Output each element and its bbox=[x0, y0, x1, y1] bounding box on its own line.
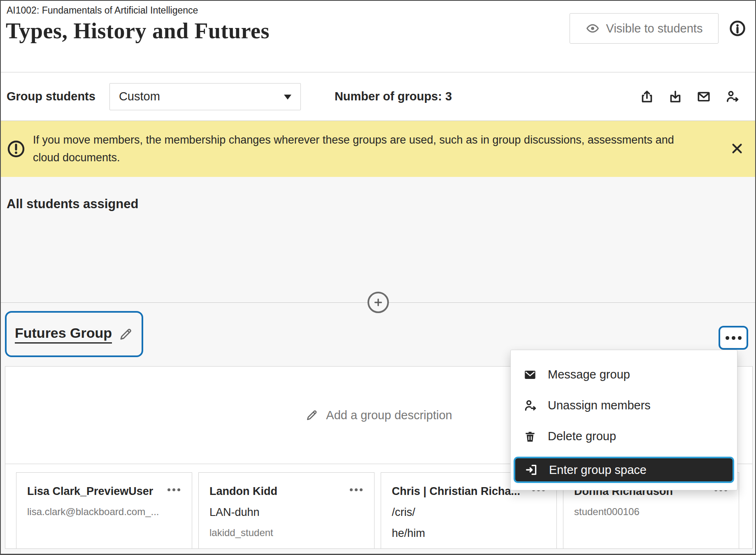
menu-item-label: Enter group space bbox=[549, 463, 647, 477]
person-arrow-icon bbox=[523, 399, 537, 413]
member-pronouns: he/him bbox=[392, 527, 546, 540]
groups-count: Number of groups: 3 bbox=[335, 90, 452, 103]
edit-icon bbox=[119, 327, 133, 341]
trash-icon bbox=[523, 430, 537, 444]
member-pronunciation: /cris/ bbox=[392, 506, 546, 519]
member-pronunciation: LAN-duhn bbox=[209, 506, 363, 519]
menu-item-unassign-members[interactable]: Unassign members bbox=[511, 390, 737, 421]
group-title[interactable]: Futures Group bbox=[5, 311, 143, 357]
description-placeholder: Add a group description bbox=[326, 409, 452, 422]
info-icon[interactable] bbox=[729, 20, 746, 37]
edit-icon bbox=[305, 409, 319, 422]
menu-item-delete-group[interactable]: Delete group bbox=[511, 421, 737, 452]
member-username: lvstudent3 bbox=[392, 548, 546, 549]
menu-item-label: Unassign members bbox=[548, 399, 651, 412]
member-username: student000106 bbox=[574, 506, 728, 518]
member-name: Lisa Clark_PreviewUser bbox=[27, 485, 153, 498]
warning-banner: If you move members, the membership chan… bbox=[1, 121, 755, 177]
member-name: Chris | Christian Richa... bbox=[392, 485, 520, 498]
member-card: Lisa Clark_PreviewUser lisa.clark@blackb… bbox=[16, 472, 192, 549]
warning-icon bbox=[7, 139, 26, 158]
page-header: AI1002: Fundamentals of Artificial Intel… bbox=[1, 1, 755, 72]
eye-icon bbox=[586, 21, 600, 35]
enter-icon bbox=[524, 463, 538, 477]
envelope-icon bbox=[523, 368, 537, 382]
visibility-label: Visible to students bbox=[606, 22, 703, 35]
plus-icon bbox=[373, 297, 384, 308]
close-icon[interactable] bbox=[728, 140, 746, 158]
toolbar: Group students Custom Number of groups: … bbox=[1, 72, 755, 121]
menu-item-enter-group-space[interactable]: Enter group space bbox=[514, 457, 734, 483]
add-group-button[interactable] bbox=[368, 292, 389, 313]
select-value: Custom bbox=[119, 90, 160, 103]
export-groups-icon[interactable] bbox=[639, 88, 655, 105]
page-title: Types, History and Futures bbox=[6, 18, 270, 44]
manage-members-icon[interactable] bbox=[724, 88, 740, 105]
all-students-heading: All students assigned bbox=[7, 197, 138, 211]
menu-item-label: Delete group bbox=[548, 430, 616, 443]
member-username: lisa.clark@blackboard.com_... bbox=[27, 506, 181, 518]
member-menu-button[interactable] bbox=[166, 485, 181, 491]
visibility-button[interactable]: Visible to students bbox=[570, 13, 719, 44]
message-icon[interactable] bbox=[696, 88, 712, 105]
group-name-link[interactable]: Futures Group bbox=[15, 325, 112, 344]
menu-item-label: Message group bbox=[548, 368, 630, 381]
chevron-down-icon bbox=[284, 95, 291, 100]
menu-item-message-group[interactable]: Message group bbox=[511, 359, 737, 390]
member-menu-button[interactable] bbox=[349, 485, 363, 491]
group-students-select[interactable]: Custom bbox=[109, 83, 301, 110]
groups-page: AI1002: Fundamentals of Artificial Intel… bbox=[0, 0, 756, 555]
breadcrumb: AI1002: Fundamentals of Artificial Intel… bbox=[7, 5, 198, 16]
member-name: Landon Kidd bbox=[209, 485, 277, 498]
member-card: Landon Kidd LAN-duhn lakidd_student bbox=[198, 472, 375, 549]
warning-text: If you move members, the membership chan… bbox=[33, 131, 686, 167]
group-context-menu: Message group Unassign members D bbox=[510, 350, 737, 490]
import-groups-icon[interactable] bbox=[667, 88, 684, 105]
groups-section: All students assigned Futures Group bbox=[1, 177, 755, 555]
group-menu-button[interactable] bbox=[719, 326, 748, 350]
member-username: lakidd_student bbox=[209, 527, 363, 539]
toolbar-icons bbox=[639, 88, 755, 105]
group-students-label: Group students bbox=[7, 90, 95, 103]
